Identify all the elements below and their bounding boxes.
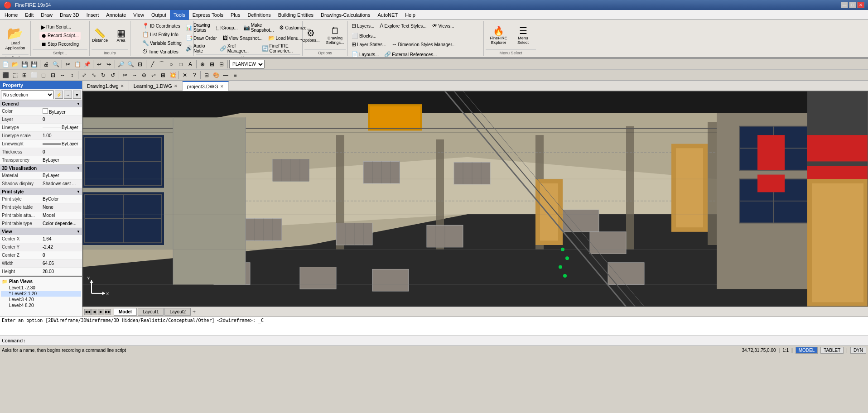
drawing-tab-1-close[interactable]: ✕: [121, 84, 124, 88]
property-select-button[interactable]: →: [64, 91, 72, 99]
menu-help[interactable]: Help: [401, 10, 419, 20]
minimize-button[interactable]: —: [841, 2, 848, 8]
tb2-6[interactable]: ⊡: [48, 71, 58, 80]
drawing-tab-2-close[interactable]: ✕: [174, 84, 178, 88]
3d-section-header[interactable]: 3D Visualisation ▼: [0, 165, 82, 172]
tb2-help[interactable]: ?: [190, 71, 199, 80]
menu-plus[interactable]: Plus: [227, 10, 244, 20]
distance-button[interactable]: 📏 Distance: [90, 27, 110, 44]
print-section-header[interactable]: Print style ▼: [0, 188, 82, 195]
tree-level4[interactable]: Level:4 8.20: [1, 303, 81, 308]
status-dyn-button[interactable]: DYN: [850, 347, 866, 354]
menu-definitions[interactable]: Definitions: [244, 10, 274, 20]
tb2-11[interactable]: ↻: [99, 71, 108, 80]
tb2-12[interactable]: ↺: [108, 71, 117, 80]
tb-line[interactable]: ╱: [148, 60, 157, 69]
tb-print[interactable]: 🖨: [42, 60, 51, 69]
drawing-tab-3[interactable]: project3.DWG ✕: [183, 81, 229, 91]
menu-draw[interactable]: Draw: [37, 10, 56, 20]
finefire-explorer-button[interactable]: 🔥 FineFIREExplorer: [487, 25, 510, 46]
view-snapshot-button[interactable]: 🖼 View Snapshot...: [221, 34, 265, 42]
menu-drawings[interactable]: Drawings-Calculations: [317, 10, 374, 20]
tb2-explode[interactable]: 💥: [168, 71, 177, 80]
variable-setting-button[interactable]: 🔧 Variable Setting: [140, 39, 183, 47]
tb-preview[interactable]: 🔍: [51, 60, 60, 69]
tb-ortho[interactable]: ⊞: [207, 60, 217, 69]
tb-cut[interactable]: ✂: [63, 60, 72, 69]
drawing-tab-1[interactable]: Drawing1.dwg ✕: [82, 81, 129, 91]
layouts-button[interactable]: 📄 Layouts...: [350, 50, 381, 58]
status-model-button[interactable]: MODEL: [796, 347, 818, 354]
nav-last-button[interactable]: ▶▶: [105, 309, 111, 315]
tb2-lineweight[interactable]: ≡: [231, 71, 240, 80]
tb-save[interactable]: 💾: [20, 60, 29, 69]
general-section-header[interactable]: General ▼: [0, 101, 82, 107]
menu-tools[interactable]: Tools: [170, 10, 189, 20]
tb2-8[interactable]: ↕: [68, 71, 77, 80]
menu-output[interactable]: Output: [148, 10, 170, 20]
views-button[interactable]: 👁 Views...: [430, 22, 456, 30]
tb-open[interactable]: 📂: [10, 60, 19, 69]
tb-zoom-out[interactable]: 🔍: [126, 60, 135, 69]
layout-tab-layout2[interactable]: Layout2: [164, 308, 191, 316]
tb2-mirror[interactable]: ⇌: [149, 71, 158, 80]
menu-view[interactable]: View: [130, 10, 148, 20]
status-tablet-button[interactable]: TABLET: [820, 347, 844, 354]
tb-snap[interactable]: ⊕: [198, 60, 207, 69]
stop-recording-button[interactable]: ⏹ Stop Recording: [39, 40, 81, 48]
tree-level1[interactable]: Level:1 -2.30: [1, 285, 81, 291]
tb2-trim[interactable]: ✂: [121, 71, 130, 80]
tb2-linetype[interactable]: —: [221, 71, 230, 80]
drawing-settings-button[interactable]: 🗒 Drawing Settings...: [322, 25, 348, 46]
tb-new[interactable]: 📄: [1, 60, 10, 69]
drawing-canvas[interactable]: X Y: [82, 91, 868, 307]
load-menu-button[interactable]: 📂 Load Menu...: [266, 34, 304, 42]
blocks-button[interactable]: ⬜ Blocks...: [350, 32, 378, 40]
group-button[interactable]: ⬚ Group...: [214, 22, 240, 34]
tb-zoom-in[interactable]: 🔎: [116, 60, 125, 69]
close-button[interactable]: ✕: [857, 2, 864, 8]
view-section-header[interactable]: View ▼: [0, 228, 82, 235]
time-variables-button[interactable]: ⏱ Time Variables: [140, 48, 183, 56]
maximize-button[interactable]: □: [849, 2, 856, 8]
tb2-3[interactable]: ⊞: [20, 71, 29, 80]
tb2-7[interactable]: ↔: [58, 71, 67, 80]
layers-button[interactable]: ⊟ Layers...: [350, 22, 376, 30]
menu-draw3d[interactable]: Draw 3D: [56, 10, 83, 20]
tb-undo[interactable]: ↩: [95, 60, 104, 69]
nav-first-button[interactable]: ◀◀: [84, 309, 91, 315]
explore-text-styles-button[interactable]: A Explore Text Styles...: [378, 22, 428, 30]
menu-insert[interactable]: Insert: [83, 10, 103, 20]
make-snapshot-button[interactable]: 📷 Make Snapshot...: [241, 22, 276, 34]
menu-autonet[interactable]: AutoNET: [374, 10, 401, 20]
tb-rect[interactable]: □: [176, 60, 185, 69]
viewport-selector[interactable]: PLANVIEW 3D VIEW: [229, 60, 265, 69]
menu-express[interactable]: Express Tools: [189, 10, 227, 20]
tb-zoom-all[interactable]: ⊡: [135, 60, 145, 69]
property-selection-dropdown[interactable]: No selection: [1, 90, 54, 99]
viewport-dropdown[interactable]: PLANVIEW 3D VIEW: [229, 60, 265, 69]
run-script-button[interactable]: ▶ Run Script...: [39, 23, 81, 31]
id-coordinates-button[interactable]: 📍 ID Coordinates: [140, 22, 183, 30]
layout-tab-model[interactable]: Model: [114, 308, 137, 316]
tb2-1[interactable]: ⬛: [1, 71, 10, 80]
drawing-tab-3-close[interactable]: ✕: [220, 84, 224, 89]
external-refs-button[interactable]: 🔗 External References...: [382, 50, 439, 58]
tree-level2[interactable]: * Level:2 1.20: [1, 291, 81, 297]
tb2-offset[interactable]: ⊜: [140, 71, 149, 80]
tb-paste[interactable]: 📌: [82, 60, 92, 69]
tb-arc[interactable]: ⌒: [157, 60, 166, 69]
nav-next-button[interactable]: ▶: [98, 309, 104, 315]
menu-home[interactable]: Home: [1, 10, 21, 20]
load-application-button[interactable]: 📂 LoadApplication: [3, 22, 28, 54]
tb2-array[interactable]: ⊞: [159, 71, 168, 80]
menu-annotate[interactable]: Annotate: [102, 10, 130, 20]
list-entity-button[interactable]: 📋 List Entity Info: [140, 30, 183, 38]
drawing-tab-2[interactable]: Learning_1.DWG ✕: [129, 81, 183, 91]
menu-edit[interactable]: Edit: [21, 10, 37, 20]
tree-level3[interactable]: Level:3 4.70: [1, 297, 81, 303]
layout-new-icon[interactable]: +: [193, 309, 196, 315]
command-input-field[interactable]: [28, 338, 866, 344]
menu-select-button[interactable]: ☰ MenuSelect: [512, 25, 535, 46]
drawing-status-button[interactable]: 📊 Drawing Status: [184, 22, 212, 34]
